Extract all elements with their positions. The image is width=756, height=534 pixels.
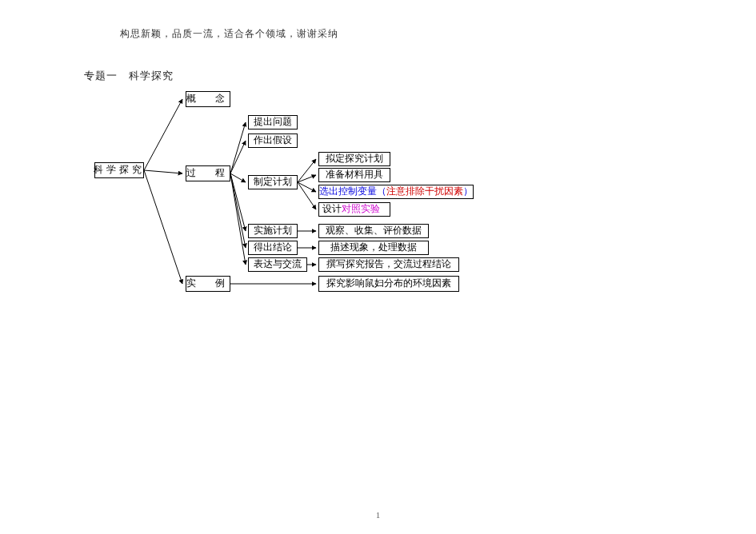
- node-step-communicate: 表达与交流: [248, 257, 307, 272]
- node-root: 科学探究: [94, 162, 144, 178]
- arrow: [230, 141, 246, 173]
- node-example-detail: 探究影响鼠妇分布的环境因素: [318, 276, 459, 292]
- node-step-conclude: 得出结论: [248, 241, 298, 255]
- text-blue-2: ）: [463, 185, 473, 198]
- node-step-plan: 制定计划: [248, 175, 298, 189]
- node-step-hypothesis: 作出假设: [248, 134, 298, 148]
- arrow: [298, 175, 316, 182]
- node-detail-plan-1: 拟定探究计划: [318, 152, 390, 166]
- arrow: [144, 170, 182, 173]
- node-detail-plan-4: 设计对照实验: [318, 202, 390, 217]
- text-red: 注意排除干扰因素: [386, 185, 463, 198]
- arrow: [298, 182, 316, 209]
- arrow: [144, 99, 182, 170]
- text-magenta: 对照实验: [342, 203, 380, 216]
- arrow: [144, 170, 182, 284]
- arrow: [230, 173, 246, 265]
- node-process: 过 程: [186, 165, 230, 181]
- arrow: [230, 173, 246, 248]
- arrow: [230, 173, 246, 231]
- node-step-execute: 实施计划: [248, 224, 298, 238]
- node-concept: 概 念: [186, 91, 230, 107]
- arrow: [230, 173, 246, 182]
- section-title: 专题一 科学探究: [84, 69, 174, 83]
- arrow: [298, 159, 316, 182]
- node-detail-exec-2: 描述现象，处理数据: [318, 241, 429, 255]
- node-detail-exec-1: 观察、收集、评价数据: [318, 224, 429, 238]
- arrow: [230, 122, 246, 173]
- page: 构思新颖，品质一流，适合各个领域，谢谢采纳 专题一 科学探究 科学探究 概 念 …: [0, 0, 756, 534]
- node-detail-plan-2: 准备材料用具: [318, 168, 390, 182]
- node-step-question: 提出问题: [248, 115, 298, 130]
- header-note: 构思新颖，品质一流，适合各个领域，谢谢采纳: [120, 27, 338, 41]
- page-number: 1: [376, 510, 381, 520]
- node-example: 实 例: [186, 276, 230, 292]
- arrow: [298, 182, 316, 192]
- text-blue: 选出控制变量（: [319, 185, 386, 198]
- node-detail-plan-3: 选出控制变量（注意排除干扰因素）: [318, 185, 474, 199]
- node-detail-exec-3: 撰写探究报告，交流过程结论: [318, 257, 459, 272]
- text-plain: 设计: [322, 203, 342, 216]
